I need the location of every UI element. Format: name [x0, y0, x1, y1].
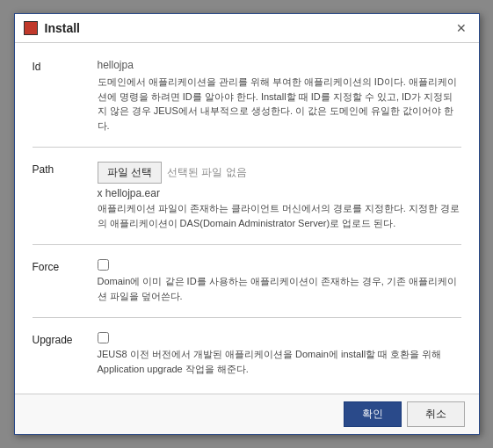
upgrade-content: JEUS8 이전 버전에서 개발된 애플리케이션을 Domain에 instal…	[91, 327, 465, 381]
form-table: Id hellojpa 도메인에서 애플리케이션을 관리를 위해 부여한 애플리…	[29, 54, 465, 381]
path-value: x hellojpa.ear	[98, 187, 461, 199]
upgrade-label: Upgrade	[29, 327, 91, 381]
title-left: Install	[24, 21, 80, 35]
id-content: hellojpa 도메인에서 애플리케이션을 관리를 위해 부여한 애플리케이션…	[91, 54, 465, 138]
force-description: Domain에 이미 같은 ID를 사용하는 애플리케이션이 존재하는 경우, …	[98, 274, 461, 303]
upgrade-checkbox[interactable]	[98, 332, 109, 343]
sep-row-1	[29, 138, 465, 156]
force-checkbox-row	[98, 259, 461, 271]
id-label: Id	[29, 54, 91, 138]
file-select-row: 파일 선택 선택된 파일 없음	[98, 162, 461, 184]
path-row: Path 파일 선택 선택된 파일 없음 x hellojpa.ear 애플리케…	[29, 156, 465, 235]
force-label: Force	[29, 254, 91, 308]
force-content: Domain에 이미 같은 ID를 사용하는 애플리케이션이 존재하는 경우, …	[91, 254, 465, 308]
upgrade-description: JEUS8 이전 버전에서 개발된 애플리케이션을 Domain에 instal…	[98, 347, 461, 376]
force-checkbox[interactable]	[98, 259, 109, 271]
sep-row-2	[29, 235, 465, 254]
upgrade-row: Upgrade JEUS8 이전 버전에서 개발된 애플리케이션을 Domain…	[29, 327, 465, 381]
path-label: Path	[29, 156, 91, 235]
id-description: 도메인에서 애플리케이션을 관리를 위해 부여한 애플리케이션의 ID이다. 애…	[98, 75, 461, 133]
sep-row-3	[29, 308, 465, 327]
file-select-button[interactable]: 파일 선택	[98, 162, 162, 184]
install-dialog: Install ✕ Id hellojpa 도메인에서 애플리케이션을 관리를 …	[14, 13, 480, 435]
cancel-button[interactable]: 취소	[407, 401, 465, 427]
app-icon	[24, 21, 38, 35]
id-value: hellojpa	[98, 59, 461, 71]
force-row: Force Domain에 이미 같은 ID를 사용하는 애플리케이션이 존재하…	[29, 254, 465, 308]
close-button[interactable]: ✕	[453, 22, 470, 34]
dialog-footer: 확인 취소	[15, 394, 479, 434]
path-content: 파일 선택 선택된 파일 없음 x hellojpa.ear 애플리케이션 파일…	[91, 156, 465, 235]
title-bar: Install ✕	[15, 14, 479, 43]
dialog-title: Install	[45, 21, 80, 35]
id-row: Id hellojpa 도메인에서 애플리케이션을 관리를 위해 부여한 애플리…	[29, 54, 465, 138]
upgrade-checkbox-row	[98, 332, 461, 343]
dialog-body: Id hellojpa 도메인에서 애플리케이션을 관리를 위해 부여한 애플리…	[15, 43, 479, 394]
no-file-text: 선택된 파일 없음	[167, 165, 247, 180]
path-description: 애플리케이션 파일이 존재하는 클라이언트 머신에서의 경로를 지정한다. 지정…	[98, 201, 461, 230]
confirm-button[interactable]: 확인	[344, 401, 402, 427]
